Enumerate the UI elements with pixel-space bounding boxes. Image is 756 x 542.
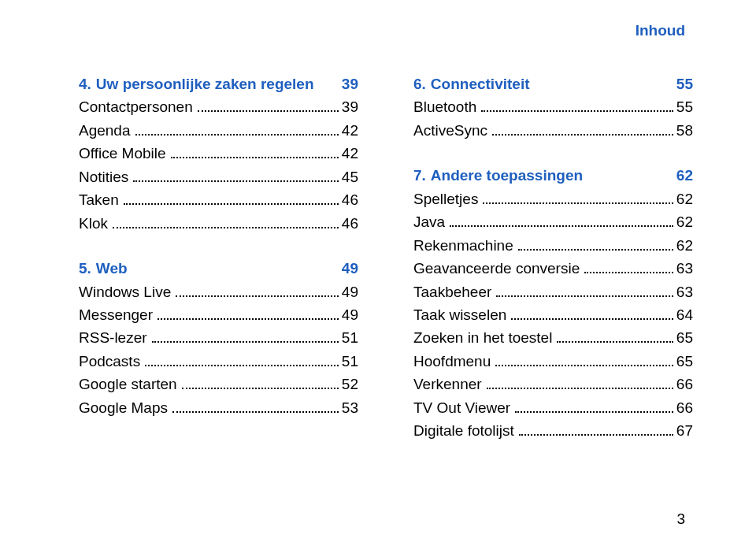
- section-heading: 4. Uw persoonlijke zaken regelen 39: [79, 72, 358, 95]
- dot-leader: [133, 170, 339, 182]
- toc-page: 62: [676, 234, 693, 257]
- toc-label: RSS-lezer: [79, 326, 147, 349]
- dot-leader: [492, 124, 673, 136]
- toc-entry: Notities45: [79, 165, 358, 188]
- section-page: 55: [676, 72, 693, 95]
- section-number: 5.: [79, 257, 91, 280]
- section-number: 6.: [413, 72, 426, 95]
- toc-label: Verkenner: [413, 373, 482, 395]
- section-title: Web: [96, 257, 128, 280]
- toc-label: Spelletjes: [413, 187, 478, 210]
- toc-page: 62: [676, 187, 693, 210]
- toc-page: 45: [342, 165, 358, 188]
- toc-entry: Verkenner66: [413, 373, 693, 395]
- toc-page: 52: [342, 373, 358, 395]
- toc-entry: Zoeken in het toestel65: [413, 326, 693, 349]
- dot-leader: [496, 284, 673, 296]
- page-number-footer: 3: [676, 510, 685, 528]
- toc-entry: ActiveSync58: [413, 119, 693, 142]
- toc-page: 66: [676, 373, 693, 395]
- toc-page: 62: [676, 210, 693, 233]
- section-page: 49: [342, 257, 358, 280]
- section-title: Andere toepassingen: [431, 164, 583, 187]
- toc-entry: Klok46: [79, 212, 358, 235]
- toc-label: Contactpersonen: [79, 95, 193, 118]
- toc-entry: TV Out Viewer66: [413, 396, 693, 419]
- toc-page: 63: [676, 280, 693, 303]
- dot-leader: [172, 401, 339, 413]
- toc-label: Taakbeheer: [413, 280, 491, 303]
- toc-page: 39: [342, 95, 358, 118]
- section-heading: 5. Web 49: [79, 257, 358, 280]
- toc-label: Zoeken in het toestel: [413, 326, 552, 349]
- toc-label: Windows Live: [79, 280, 171, 303]
- dot-leader: [124, 193, 339, 205]
- toc-entry: Podcasts51: [79, 350, 358, 373]
- section-title: Connectiviteit: [431, 72, 530, 95]
- toc-page: 64: [676, 303, 693, 326]
- header-title: Inhoud: [79, 22, 685, 39]
- toc-label: Bluetooth: [413, 95, 476, 118]
- toc-page: 51: [342, 350, 358, 373]
- dot-leader: [182, 377, 339, 389]
- dot-leader: [515, 401, 673, 413]
- dot-leader: [519, 424, 673, 436]
- dot-leader: [152, 331, 339, 343]
- toc-label: Messenger: [79, 303, 153, 326]
- section-title: Uw persoonlijke zaken regelen: [96, 72, 314, 95]
- toc-entry: Spelletjes62: [413, 187, 693, 210]
- toc-label: Digitale fotolijst: [413, 419, 514, 442]
- dot-leader: [483, 192, 673, 204]
- toc-page: 65: [676, 326, 693, 349]
- columns: 4. Uw persoonlijke zaken regelen 39 Cont…: [79, 69, 693, 443]
- dot-leader: [511, 308, 673, 320]
- toc-page: 55: [676, 95, 693, 118]
- dot-leader: [584, 262, 673, 273]
- toc-entry: Contactpersonen39: [79, 95, 358, 118]
- toc-label: Klok: [79, 212, 108, 235]
- toc-page: 67: [676, 419, 693, 442]
- toc-page: 58: [676, 119, 693, 142]
- toc-entry: Taak wisselen64: [413, 303, 693, 326]
- toc-page: 42: [342, 142, 358, 165]
- toc-page: 49: [342, 303, 358, 326]
- toc-label: TV Out Viewer: [413, 396, 510, 419]
- dot-leader: [158, 308, 339, 320]
- dot-leader: [495, 355, 673, 366]
- section-number: 7.: [413, 164, 426, 187]
- toc-entry: Hoofdmenu65: [413, 350, 693, 373]
- dot-leader: [145, 355, 339, 366]
- toc-label: Podcasts: [79, 350, 140, 373]
- toc-label: Hoofdmenu: [413, 350, 491, 373]
- left-column: 4. Uw persoonlijke zaken regelen 39 Cont…: [79, 69, 358, 443]
- toc-page: 66: [676, 396, 693, 419]
- toc-entry: Office Mobile42: [79, 142, 358, 165]
- toc-entry: Taakbeheer63: [413, 280, 693, 303]
- dot-leader: [450, 215, 673, 227]
- toc-entry: Messenger49: [79, 303, 358, 326]
- toc-entry: Bluetooth55: [413, 95, 693, 118]
- dot-leader: [557, 331, 673, 343]
- dot-leader: [487, 377, 673, 389]
- dot-leader: [518, 238, 673, 250]
- section-page: 62: [676, 164, 693, 187]
- toc-page: 65: [676, 350, 693, 373]
- toc-page: 63: [676, 257, 693, 280]
- toc-page: 42: [342, 119, 358, 142]
- page: Inhoud 4. Uw persoonlijke zaken regelen …: [0, 0, 756, 542]
- toc-page: 49: [342, 280, 358, 303]
- toc-label: Rekenmachine: [413, 234, 513, 257]
- dot-leader: [481, 100, 673, 112]
- toc-entry: Windows Live49: [79, 280, 358, 303]
- toc-entry: Taken46: [79, 188, 358, 211]
- dot-leader: [198, 100, 339, 112]
- toc-label: Google Maps: [79, 396, 168, 419]
- toc-label: Taak wisselen: [413, 303, 506, 326]
- dot-leader: [113, 216, 339, 228]
- toc-entry: Geavanceerde conversie63: [413, 257, 693, 280]
- toc-label: ActiveSync: [413, 119, 487, 142]
- toc-entry: Agenda42: [79, 119, 358, 142]
- toc-label: Agenda: [79, 119, 131, 142]
- toc-label: Taken: [79, 188, 119, 211]
- section-page: 39: [342, 72, 358, 95]
